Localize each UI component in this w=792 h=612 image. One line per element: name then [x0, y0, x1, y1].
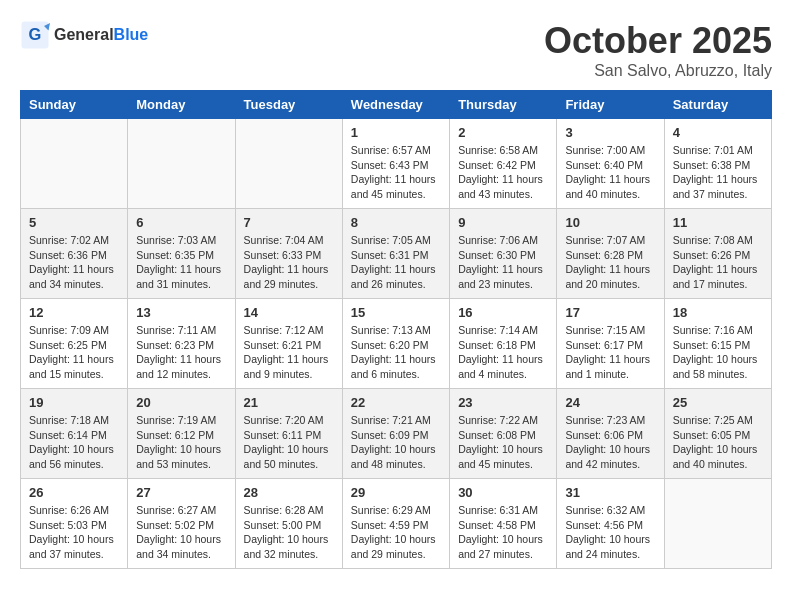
day-info: Sunrise: 7:01 AM Sunset: 6:38 PM Dayligh…	[673, 143, 763, 202]
calendar-cell: 3Sunrise: 7:00 AM Sunset: 6:40 PM Daylig…	[557, 119, 664, 209]
calendar-cell	[128, 119, 235, 209]
day-info: Sunrise: 7:16 AM Sunset: 6:15 PM Dayligh…	[673, 323, 763, 382]
calendar-cell: 17Sunrise: 7:15 AM Sunset: 6:17 PM Dayli…	[557, 299, 664, 389]
day-header-monday: Monday	[128, 91, 235, 119]
day-number: 10	[565, 215, 655, 230]
calendar-cell: 24Sunrise: 7:23 AM Sunset: 6:06 PM Dayli…	[557, 389, 664, 479]
day-number: 25	[673, 395, 763, 410]
calendar-cell: 10Sunrise: 7:07 AM Sunset: 6:28 PM Dayli…	[557, 209, 664, 299]
calendar-week-row: 12Sunrise: 7:09 AM Sunset: 6:25 PM Dayli…	[21, 299, 772, 389]
day-info: Sunrise: 7:02 AM Sunset: 6:36 PM Dayligh…	[29, 233, 119, 292]
calendar-week-row: 19Sunrise: 7:18 AM Sunset: 6:14 PM Dayli…	[21, 389, 772, 479]
day-number: 27	[136, 485, 226, 500]
day-header-friday: Friday	[557, 91, 664, 119]
day-number: 15	[351, 305, 441, 320]
calendar-cell: 11Sunrise: 7:08 AM Sunset: 6:26 PM Dayli…	[664, 209, 771, 299]
logo-general: General	[54, 26, 114, 43]
day-number: 2	[458, 125, 548, 140]
calendar-cell	[235, 119, 342, 209]
calendar-week-row: 1Sunrise: 6:57 AM Sunset: 6:43 PM Daylig…	[21, 119, 772, 209]
day-info: Sunrise: 6:57 AM Sunset: 6:43 PM Dayligh…	[351, 143, 441, 202]
logo: G GeneralBlue	[20, 20, 148, 50]
month-title: October 2025	[544, 20, 772, 62]
day-number: 14	[244, 305, 334, 320]
day-number: 16	[458, 305, 548, 320]
day-header-tuesday: Tuesday	[235, 91, 342, 119]
day-info: Sunrise: 6:26 AM Sunset: 5:03 PM Dayligh…	[29, 503, 119, 562]
calendar-cell: 20Sunrise: 7:19 AM Sunset: 6:12 PM Dayli…	[128, 389, 235, 479]
calendar-cell: 15Sunrise: 7:13 AM Sunset: 6:20 PM Dayli…	[342, 299, 449, 389]
calendar-cell: 6Sunrise: 7:03 AM Sunset: 6:35 PM Daylig…	[128, 209, 235, 299]
day-info: Sunrise: 6:31 AM Sunset: 4:58 PM Dayligh…	[458, 503, 548, 562]
day-info: Sunrise: 7:04 AM Sunset: 6:33 PM Dayligh…	[244, 233, 334, 292]
day-info: Sunrise: 7:19 AM Sunset: 6:12 PM Dayligh…	[136, 413, 226, 472]
day-info: Sunrise: 7:11 AM Sunset: 6:23 PM Dayligh…	[136, 323, 226, 382]
day-header-thursday: Thursday	[450, 91, 557, 119]
day-info: Sunrise: 7:03 AM Sunset: 6:35 PM Dayligh…	[136, 233, 226, 292]
calendar-cell	[21, 119, 128, 209]
day-info: Sunrise: 7:08 AM Sunset: 6:26 PM Dayligh…	[673, 233, 763, 292]
day-info: Sunrise: 7:20 AM Sunset: 6:11 PM Dayligh…	[244, 413, 334, 472]
day-number: 24	[565, 395, 655, 410]
day-number: 11	[673, 215, 763, 230]
calendar-cell: 16Sunrise: 7:14 AM Sunset: 6:18 PM Dayli…	[450, 299, 557, 389]
calendar-cell: 1Sunrise: 6:57 AM Sunset: 6:43 PM Daylig…	[342, 119, 449, 209]
location-title: San Salvo, Abruzzo, Italy	[544, 62, 772, 80]
calendar-cell: 12Sunrise: 7:09 AM Sunset: 6:25 PM Dayli…	[21, 299, 128, 389]
logo-blue: Blue	[114, 26, 149, 43]
calendar-cell: 29Sunrise: 6:29 AM Sunset: 4:59 PM Dayli…	[342, 479, 449, 569]
logo-icon: G	[20, 20, 50, 50]
day-number: 17	[565, 305, 655, 320]
day-info: Sunrise: 7:18 AM Sunset: 6:14 PM Dayligh…	[29, 413, 119, 472]
day-number: 5	[29, 215, 119, 230]
day-info: Sunrise: 7:15 AM Sunset: 6:17 PM Dayligh…	[565, 323, 655, 382]
calendar-cell: 21Sunrise: 7:20 AM Sunset: 6:11 PM Dayli…	[235, 389, 342, 479]
day-info: Sunrise: 7:12 AM Sunset: 6:21 PM Dayligh…	[244, 323, 334, 382]
day-info: Sunrise: 6:27 AM Sunset: 5:02 PM Dayligh…	[136, 503, 226, 562]
day-info: Sunrise: 7:09 AM Sunset: 6:25 PM Dayligh…	[29, 323, 119, 382]
day-number: 31	[565, 485, 655, 500]
day-number: 21	[244, 395, 334, 410]
day-number: 29	[351, 485, 441, 500]
day-number: 3	[565, 125, 655, 140]
calendar-cell: 5Sunrise: 7:02 AM Sunset: 6:36 PM Daylig…	[21, 209, 128, 299]
calendar-week-row: 5Sunrise: 7:02 AM Sunset: 6:36 PM Daylig…	[21, 209, 772, 299]
calendar-cell: 28Sunrise: 6:28 AM Sunset: 5:00 PM Dayli…	[235, 479, 342, 569]
day-info: Sunrise: 7:05 AM Sunset: 6:31 PM Dayligh…	[351, 233, 441, 292]
calendar-cell: 4Sunrise: 7:01 AM Sunset: 6:38 PM Daylig…	[664, 119, 771, 209]
day-info: Sunrise: 7:14 AM Sunset: 6:18 PM Dayligh…	[458, 323, 548, 382]
calendar-cell: 26Sunrise: 6:26 AM Sunset: 5:03 PM Dayli…	[21, 479, 128, 569]
calendar-week-row: 26Sunrise: 6:26 AM Sunset: 5:03 PM Dayli…	[21, 479, 772, 569]
day-number: 4	[673, 125, 763, 140]
calendar-cell: 18Sunrise: 7:16 AM Sunset: 6:15 PM Dayli…	[664, 299, 771, 389]
calendar-table: SundayMondayTuesdayWednesdayThursdayFrid…	[20, 90, 772, 569]
day-number: 22	[351, 395, 441, 410]
calendar-cell: 19Sunrise: 7:18 AM Sunset: 6:14 PM Dayli…	[21, 389, 128, 479]
day-number: 8	[351, 215, 441, 230]
day-number: 9	[458, 215, 548, 230]
title-block: October 2025 San Salvo, Abruzzo, Italy	[544, 20, 772, 80]
calendar-cell: 23Sunrise: 7:22 AM Sunset: 6:08 PM Dayli…	[450, 389, 557, 479]
day-info: Sunrise: 6:58 AM Sunset: 6:42 PM Dayligh…	[458, 143, 548, 202]
day-number: 26	[29, 485, 119, 500]
calendar-header-row: SundayMondayTuesdayWednesdayThursdayFrid…	[21, 91, 772, 119]
calendar-cell: 25Sunrise: 7:25 AM Sunset: 6:05 PM Dayli…	[664, 389, 771, 479]
day-number: 12	[29, 305, 119, 320]
calendar-cell: 9Sunrise: 7:06 AM Sunset: 6:30 PM Daylig…	[450, 209, 557, 299]
day-info: Sunrise: 7:00 AM Sunset: 6:40 PM Dayligh…	[565, 143, 655, 202]
day-header-sunday: Sunday	[21, 91, 128, 119]
calendar-cell: 13Sunrise: 7:11 AM Sunset: 6:23 PM Dayli…	[128, 299, 235, 389]
day-number: 28	[244, 485, 334, 500]
day-number: 20	[136, 395, 226, 410]
day-number: 19	[29, 395, 119, 410]
day-info: Sunrise: 7:25 AM Sunset: 6:05 PM Dayligh…	[673, 413, 763, 472]
logo-text: GeneralBlue	[54, 26, 148, 44]
calendar-cell: 14Sunrise: 7:12 AM Sunset: 6:21 PM Dayli…	[235, 299, 342, 389]
svg-text:G: G	[29, 25, 42, 43]
day-info: Sunrise: 7:23 AM Sunset: 6:06 PM Dayligh…	[565, 413, 655, 472]
day-info: Sunrise: 7:13 AM Sunset: 6:20 PM Dayligh…	[351, 323, 441, 382]
day-number: 7	[244, 215, 334, 230]
day-header-wednesday: Wednesday	[342, 91, 449, 119]
day-info: Sunrise: 6:28 AM Sunset: 5:00 PM Dayligh…	[244, 503, 334, 562]
calendar-cell: 31Sunrise: 6:32 AM Sunset: 4:56 PM Dayli…	[557, 479, 664, 569]
